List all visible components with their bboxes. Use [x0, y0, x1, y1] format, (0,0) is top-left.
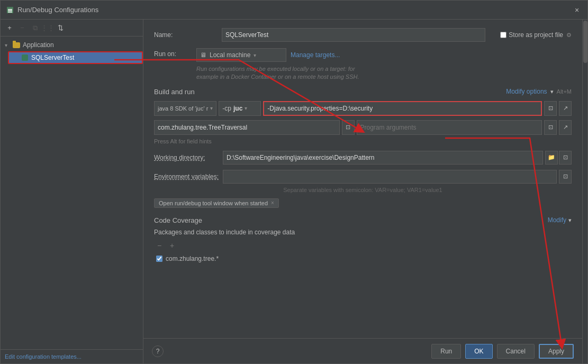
packages-label: Packages and classes to include in cover…	[154, 229, 572, 236]
scrollbar-thumb[interactable]	[583, 21, 587, 63]
config-tree: ▾ Application ▸ SQLServerTest	[1, 37, 143, 349]
add-config-button[interactable]: +	[4, 22, 15, 34]
dialog-icon	[6, 6, 14, 14]
working-dir-input[interactable]	[223, 151, 543, 165]
close-button[interactable]: ×	[572, 5, 582, 15]
main-class-expand-btn[interactable]: ⊡	[342, 120, 355, 135]
dialog-title: Run/Debug Configurations	[17, 6, 572, 14]
manage-targets-link[interactable]: Manage targets...	[291, 51, 340, 59]
cp-dropdown[interactable]: -cp juc ▾	[219, 101, 261, 116]
program-args-input[interactable]	[357, 120, 542, 135]
run-button[interactable]: Run	[431, 344, 461, 359]
cancel-button[interactable]: Cancel	[497, 344, 535, 359]
tree-item-sqlservertest[interactable]: ▸ SQLServerTest	[8, 51, 143, 64]
run-on-hint: Run configurations may be executed local…	[196, 65, 572, 81]
name-label: Name:	[154, 31, 218, 39]
vm-options-external-btn[interactable]: ↗	[559, 101, 572, 116]
tag-close-btn[interactable]: ×	[271, 200, 274, 206]
store-project-label[interactable]: Store as project file	[500, 31, 563, 39]
env-vars-hint: Separate variables with semicolon: VAR=v…	[154, 187, 572, 193]
modify-options-link[interactable]: Modify options	[506, 88, 547, 95]
sdk-dropdown[interactable]: java 8 SDK of 'juc' r ▾	[154, 101, 216, 116]
tree-arrow-application: ▾	[5, 42, 12, 48]
cp-label: -cp	[222, 105, 231, 112]
field-hints: Press Alt for field hints	[154, 138, 572, 144]
coverage-add-btn[interactable]: +	[167, 240, 177, 251]
main-class-input[interactable]	[154, 120, 340, 135]
edit-templates-link[interactable]: Edit configuration templates...	[5, 353, 82, 360]
config-panel: Name: Store as project file ⚙ Run on:	[143, 20, 582, 338]
cp-value: juc	[233, 105, 242, 112]
working-dir-var-btn[interactable]: ⊡	[559, 151, 572, 165]
svg-rect-1	[8, 9, 12, 10]
name-input[interactable]	[222, 28, 485, 42]
ok-button[interactable]: OK	[465, 344, 492, 359]
env-vars-label: Environment variables:	[154, 173, 223, 180]
working-dir-label: Working directory:	[154, 154, 223, 161]
sort-config-button[interactable]: ⇅	[55, 22, 66, 34]
env-vars-input[interactable]	[223, 170, 557, 184]
env-vars-expand-btn[interactable]: ⊡	[559, 170, 572, 184]
coverage-remove-btn[interactable]: −	[154, 240, 165, 251]
modify-dropdown-arrow: ▾	[550, 88, 554, 95]
sdk-dropdown-arrow: ▾	[210, 105, 213, 111]
alt-m-hint: Alt+M	[557, 88, 572, 95]
run-on-label: Run on:	[154, 48, 196, 58]
build-run-title: Build and run	[154, 88, 195, 96]
apply-button[interactable]: Apply	[539, 344, 574, 359]
move-config-button[interactable]: ⋮⋮	[42, 22, 53, 34]
prog-args-expand-btn[interactable]: ⊡	[544, 120, 557, 135]
remove-config-button[interactable]: −	[16, 22, 28, 34]
svg-rect-3	[8, 12, 12, 13]
cp-dropdown-arrow: ▾	[245, 105, 247, 111]
vm-options-input[interactable]	[263, 101, 542, 116]
coverage-checkbox[interactable]	[156, 256, 162, 262]
tree-item-application[interactable]: ▾ Application	[1, 39, 143, 51]
config-icon	[21, 53, 29, 62]
working-dir-folder-btn[interactable]: 📁	[545, 151, 558, 165]
coverage-modify-arrow: ▾	[568, 217, 572, 224]
vm-options-expand-btn[interactable]: ⊡	[544, 101, 557, 116]
run-on-dropdown[interactable]: 🖥 Local machine ▾	[196, 48, 286, 62]
coverage-modify-link[interactable]: Modify	[548, 216, 566, 224]
scrollbar-track[interactable]	[582, 20, 587, 363]
run-on-value: Local machine	[210, 51, 250, 59]
code-coverage-title: Code Coverage	[154, 216, 202, 224]
machine-icon: 🖥	[200, 51, 206, 59]
bottom-bar: ? Run OK Cancel Apply	[143, 338, 582, 363]
run-debug-tag[interactable]: Open run/debug tool window when started …	[154, 198, 279, 208]
application-label: Application	[23, 41, 54, 49]
coverage-item: com.zhulang.tree.*	[154, 254, 572, 263]
copy-config-button[interactable]: ⧉	[29, 22, 41, 34]
store-help-icon[interactable]: ⚙	[566, 32, 572, 39]
store-project-checkbox[interactable]	[500, 32, 506, 38]
sdk-value: java 8 SDK of 'juc' r	[158, 105, 208, 112]
prog-args-external-btn[interactable]: ↗	[559, 120, 572, 135]
application-folder-icon	[12, 41, 21, 49]
config-label: SQLServerTest	[31, 54, 74, 61]
run-on-dropdown-arrow: ▾	[254, 52, 256, 58]
tag-label: Open run/debug tool window when started	[159, 200, 268, 206]
coverage-text: com.zhulang.tree.*	[166, 255, 219, 262]
help-button[interactable]: ?	[152, 345, 164, 357]
svg-rect-2	[8, 10, 12, 11]
